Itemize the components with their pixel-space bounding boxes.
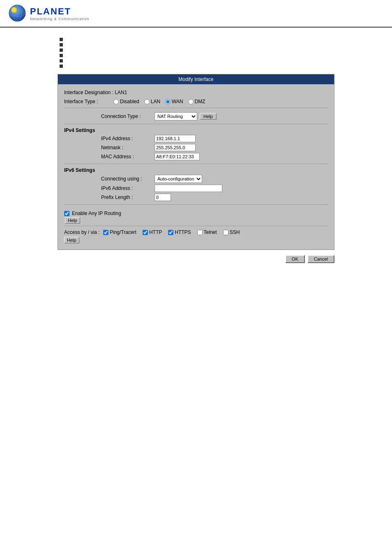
enable-routing-help-button[interactable]: Help <box>65 217 80 224</box>
divider-1 <box>64 124 328 124</box>
connection-type-row: Connection Type : NAT Routing Routing IP… <box>64 112 328 120</box>
radio-wan-input[interactable] <box>165 99 171 104</box>
cancel-button[interactable]: Cancel <box>307 255 334 263</box>
access-http-checkbox[interactable] <box>143 230 148 235</box>
interface-type-row: Interface Type : Disabled LAN WAN <box>64 99 328 108</box>
radio-disabled-label: Disabled <box>120 99 139 104</box>
radio-wan[interactable]: WAN <box>165 99 183 104</box>
radio-dmz[interactable]: DMZ <box>188 99 205 104</box>
mac-address-input[interactable] <box>154 153 200 160</box>
ipv4-address-label: IPv4 Address : <box>101 136 154 141</box>
panel-title: Modify Interface <box>58 74 334 84</box>
radio-disabled[interactable]: Disabled <box>113 99 139 104</box>
ipv6-address-row: IPv6 Address : <box>64 185 328 192</box>
connecting-using-row: Connecting using : Auto-configuration Ma… <box>64 175 328 183</box>
header: PLANET Networking & Communication <box>0 0 392 28</box>
enable-routing-row: Enable Any IP Routing <box>64 208 328 217</box>
access-ping-label: Ping/Tracert <box>110 229 136 235</box>
netmask-label: Netmask : <box>101 145 154 150</box>
enable-any-ip-routing-label: Enable Any IP Routing <box>72 210 121 216</box>
divider-2 <box>64 164 328 164</box>
ipv6-section: IPv6 Settings Connecting using : Auto-co… <box>64 167 328 201</box>
svg-point-6 <box>12 8 16 12</box>
ipv4-section-title: IPv4 Settings <box>64 127 328 133</box>
bullet-item-5 <box>60 59 334 62</box>
access-by-label: Access by / via : <box>64 229 101 235</box>
connecting-using-select[interactable]: Auto-configuration Manual DHCPv6 <box>154 175 202 183</box>
bullet-square-2 <box>60 43 63 46</box>
connecting-using-label: Connecting using : <box>101 176 154 182</box>
prefix-length-row: Prefix Length : <box>64 194 328 201</box>
radio-lan-input[interactable] <box>144 99 150 104</box>
interface-type-radio-group: Disabled LAN WAN DMZ <box>113 99 205 104</box>
access-ping-tracert[interactable]: Ping/Tracert <box>103 229 136 235</box>
access-ssh[interactable]: SSH <box>223 229 240 235</box>
radio-disabled-input[interactable] <box>113 99 119 104</box>
connection-type-label: Connection Type : <box>101 113 154 119</box>
divider-3 <box>64 204 328 205</box>
bullet-square-1 <box>60 38 63 41</box>
access-ping-checkbox[interactable] <box>103 230 108 235</box>
access-http[interactable]: HTTP <box>143 229 162 235</box>
ipv4-address-row: IPv4 Address : <box>64 135 328 142</box>
logo-planet-label: PLANET <box>30 6 90 17</box>
prefix-length-input[interactable] <box>154 194 171 201</box>
access-ssh-checkbox[interactable] <box>223 230 228 235</box>
access-row: Access by / via : Ping/Tracert HTTP HTTP… <box>64 229 328 235</box>
bullet-square-5 <box>60 59 63 62</box>
bullet-item-1 <box>60 38 334 41</box>
access-https[interactable]: HTTPS <box>168 229 191 235</box>
access-https-checkbox[interactable] <box>168 230 173 235</box>
access-telnet-checkbox[interactable] <box>197 230 203 235</box>
netmask-input[interactable] <box>154 144 196 151</box>
access-help-button[interactable]: Help <box>64 237 79 243</box>
access-http-label: HTTP <box>149 229 162 235</box>
main-content: Modify Interface Interface Designation :… <box>0 34 392 267</box>
interface-designation: Interface Designation : LAN1 <box>64 88 328 97</box>
bullet-item-2 <box>60 43 334 46</box>
connection-type-select[interactable]: NAT Routing Routing IP Unnumbered <box>154 112 197 120</box>
ok-button[interactable]: OK <box>285 255 305 263</box>
modify-interface-panel: Modify Interface Interface Designation :… <box>58 74 334 250</box>
buttons-row: OK Cancel <box>58 255 334 263</box>
access-section: Access by / via : Ping/Tracert HTTP HTTP… <box>64 226 328 245</box>
bullet-item-6 <box>60 65 334 68</box>
radio-lan-label: LAN <box>151 99 160 104</box>
interface-type-label: Interface Type : <box>64 99 113 104</box>
bullet-item-3 <box>60 49 334 52</box>
prefix-length-label: Prefix Length : <box>101 194 154 200</box>
netmask-row: Netmask : <box>64 144 328 151</box>
mac-address-label: MAC Address : <box>101 154 154 160</box>
bullet-item-4 <box>60 54 334 57</box>
bullet-square-4 <box>60 54 63 57</box>
radio-dmz-label: DMZ <box>195 99 205 104</box>
logo-text: PLANET Networking & Communication <box>30 6 90 21</box>
radio-lan[interactable]: LAN <box>144 99 160 104</box>
access-https-label: HTTPS <box>175 229 191 235</box>
access-telnet[interactable]: Telnet <box>197 229 217 235</box>
radio-dmz-input[interactable] <box>188 99 194 104</box>
logo-globe-icon <box>8 4 27 23</box>
ipv6-address-input[interactable] <box>154 185 222 192</box>
bullet-square-3 <box>60 49 63 52</box>
ipv6-address-label: IPv6 Address : <box>101 185 154 191</box>
ipv4-section: IPv4 Settings IPv4 Address : Netmask : M… <box>64 127 328 160</box>
ipv6-section-title: IPv6 Settings <box>64 167 328 173</box>
connection-type-help-button[interactable]: Help <box>200 113 217 120</box>
access-telnet-label: Telnet <box>204 229 217 235</box>
logo-area: PLANET Networking & Communication <box>8 4 384 23</box>
logo-subtitle-label: Networking & Communication <box>30 17 90 21</box>
enable-any-ip-routing-checkbox[interactable] <box>64 211 69 216</box>
mac-address-row: MAC Address : <box>64 153 328 160</box>
ipv4-address-input[interactable] <box>154 135 196 142</box>
access-ssh-label: SSH <box>230 229 240 235</box>
bullet-list <box>58 38 334 68</box>
bullet-square-6 <box>60 65 63 68</box>
radio-wan-label: WAN <box>172 99 183 104</box>
panel-body: Interface Designation : LAN1 Interface T… <box>58 84 334 250</box>
